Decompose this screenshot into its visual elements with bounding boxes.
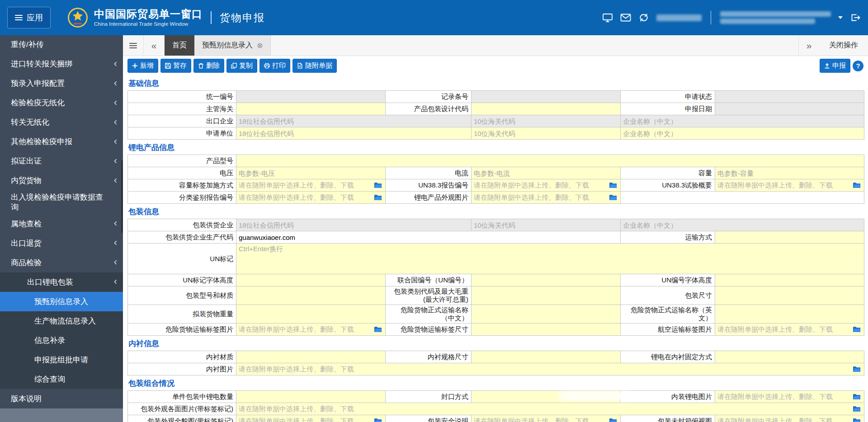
sidebar-item-ciq-paperless[interactable]: 检验检疫无纸化 bbox=[0, 94, 123, 113]
sidebar-item-transit-paperless[interactable]: 转关无纸化 bbox=[0, 113, 123, 132]
attach-outer-full-img[interactable]: 请在随附单据中选择上传、删除、下载 bbox=[236, 415, 385, 422]
pkg-model-material-input[interactable] bbox=[236, 286, 385, 305]
sidebar-item-domestic-goods[interactable]: 内贸货物 bbox=[0, 171, 123, 191]
folder-icon[interactable] bbox=[609, 418, 617, 422]
declare-date-input[interactable] bbox=[715, 103, 864, 115]
record-no-input[interactable] bbox=[472, 91, 620, 103]
pkg-supplier-customs-input[interactable] bbox=[472, 219, 620, 231]
package-design-code-input[interactable] bbox=[472, 103, 620, 115]
export-company-name-input[interactable] bbox=[621, 115, 864, 127]
attach-liner-img[interactable]: 请在随附单据中选择上传、删除、下载 bbox=[236, 363, 864, 375]
transport-mode-input[interactable] bbox=[715, 231, 864, 243]
cargo-weight-input[interactable] bbox=[236, 305, 385, 323]
danger-label-size-input[interactable] bbox=[472, 324, 620, 335]
pkg-class-max-weight-input[interactable] bbox=[472, 286, 620, 305]
attach-un383-report[interactable]: 请在随附单据中选择上传、删除、下载 bbox=[471, 179, 620, 191]
sidebar-item-info-supplement[interactable]: 信息补录 bbox=[0, 331, 123, 350]
attach-danger-label-img[interactable]: 请在随附单据中选择上传、删除、下载 bbox=[236, 323, 385, 335]
sidebar-item-batch-application[interactable]: 申报批组批申请 bbox=[0, 350, 123, 370]
declare-button[interactable]: 申报 bbox=[820, 59, 850, 73]
export-company-customs-input[interactable] bbox=[472, 115, 620, 127]
delete-button[interactable]: 删除 bbox=[193, 59, 224, 73]
monitor-icon[interactable] bbox=[602, 13, 613, 23]
attach-un383-summary[interactable]: 请在随附单据中选择上传、删除、下载 bbox=[715, 179, 864, 191]
save-draft-button[interactable]: 暂存 bbox=[160, 59, 191, 73]
scroll-tabs-right-button[interactable] bbox=[798, 35, 819, 56]
un-mark-textarea[interactable] bbox=[236, 244, 864, 274]
folder-icon[interactable] bbox=[609, 194, 617, 201]
sidebar-item-commodity-inspection[interactable]: 商品检验 bbox=[0, 253, 123, 272]
sidebar-item-export-returns[interactable]: 出口退货 bbox=[0, 234, 123, 253]
attached-documents-button[interactable]: 随附单据 bbox=[292, 59, 337, 73]
un-number-font-height-input[interactable] bbox=[715, 274, 864, 286]
attach-inner-battery-img[interactable]: 请在随附单据中选择上传、删除、下载 bbox=[715, 390, 864, 403]
liner-material-input[interactable] bbox=[236, 351, 385, 363]
apply-unit-credit-input[interactable] bbox=[236, 127, 471, 139]
close-tab-icon[interactable] bbox=[257, 41, 263, 50]
folder-icon[interactable] bbox=[853, 394, 861, 400]
folder-icon[interactable] bbox=[374, 418, 382, 422]
liner-spec-size-input[interactable] bbox=[472, 351, 620, 363]
sidebar-item-export-lithium-packaging[interactable]: 出口锂电包装 bbox=[0, 272, 123, 292]
attach-air-label-img[interactable]: 请在随附单据中选择上传、删除、下载 bbox=[715, 323, 864, 335]
sidebar-item-prescreening-entry[interactable]: 预甄别信息录入 bbox=[0, 292, 123, 311]
attach-capacity-label[interactable]: 请在随附单据中选择上传、删除、下载 bbox=[236, 179, 385, 191]
folder-icon[interactable] bbox=[374, 326, 382, 333]
print-button[interactable]: 打印 bbox=[259, 59, 290, 73]
copy-button[interactable]: 复制 bbox=[226, 59, 257, 73]
folder-icon[interactable] bbox=[853, 406, 861, 412]
folder-icon[interactable] bbox=[853, 366, 861, 372]
help-button[interactable]: ? bbox=[853, 61, 863, 71]
chevron-down-icon[interactable] bbox=[838, 16, 843, 19]
seal-mode-input[interactable] bbox=[472, 391, 620, 403]
folder-icon[interactable] bbox=[374, 182, 382, 188]
add-button[interactable]: 新增 bbox=[127, 59, 158, 73]
folder-icon[interactable] bbox=[374, 194, 382, 201]
apply-unit-name-input[interactable] bbox=[621, 127, 864, 139]
folder-icon[interactable] bbox=[609, 182, 617, 188]
sidebar-item-comprehensive-query[interactable]: 综合查询 bbox=[0, 370, 123, 389]
folder-icon[interactable] bbox=[853, 326, 861, 333]
current-input[interactable] bbox=[472, 167, 620, 179]
voltage-input[interactable] bbox=[236, 167, 385, 179]
sync-icon[interactable] bbox=[638, 13, 649, 23]
sidebar-item-import-transit-binding[interactable]: 进口转关报关捆绑 bbox=[0, 55, 123, 74]
capacity-input[interactable] bbox=[715, 167, 864, 179]
sidebar-item-retransmit[interactable]: 重传/补传 bbox=[0, 35, 123, 55]
attach-safety-desc[interactable]: 请在随附单据中选择上传、删除、下载 bbox=[471, 415, 620, 422]
product-model-input[interactable] bbox=[236, 155, 864, 167]
un-mark-font-height-input[interactable] bbox=[236, 274, 385, 286]
sidebar-item-preentry-config[interactable]: 预录入申报配置 bbox=[0, 74, 123, 94]
sidebar-item-ciq-application-query[interactable]: 出入境检验检疫申请数据查询 bbox=[0, 191, 123, 214]
export-company-credit-input[interactable] bbox=[236, 115, 471, 127]
pkg-size-input[interactable] bbox=[715, 286, 864, 305]
pkg-supplier-credit-input[interactable] bbox=[236, 219, 471, 231]
battery-qty-per-package-input[interactable] bbox=[236, 391, 385, 403]
apply-unit-customs-input[interactable] bbox=[472, 127, 620, 139]
attach-top-view-img[interactable]: 请在随附单据中选择上传、删除、下载 bbox=[715, 415, 864, 422]
tab-list-menu-button[interactable] bbox=[123, 35, 144, 56]
liner-fix-mode-input[interactable] bbox=[715, 351, 864, 363]
mail-icon[interactable] bbox=[620, 13, 631, 23]
sidebar-item-local-inspection[interactable]: 属地查检 bbox=[0, 214, 123, 234]
attach-outer-faces-img[interactable]: 请在随附单据中选择上传、删除、下载 bbox=[236, 403, 864, 415]
tab-prescreening-info-entry[interactable]: 预甄别信息录入 bbox=[194, 35, 271, 56]
logout-icon[interactable] bbox=[850, 13, 861, 23]
supplier-production-code-input[interactable] bbox=[236, 231, 620, 243]
pkg-supplier-name-input[interactable] bbox=[621, 219, 864, 231]
apps-menu-button[interactable]: 应用 bbox=[7, 7, 51, 28]
scroll-tabs-left-button[interactable] bbox=[144, 35, 165, 56]
sidebar-scrollbar-thumb[interactable] bbox=[121, 160, 123, 233]
shipping-name-en-input[interactable] bbox=[715, 305, 864, 323]
tab-home[interactable]: 首页 bbox=[165, 35, 194, 56]
attach-battery-appearance[interactable]: 请在随附单据中选择上传、删除、下载 bbox=[471, 191, 620, 203]
un-number-input[interactable] bbox=[472, 274, 620, 286]
unified-no-input[interactable] bbox=[236, 91, 385, 103]
sidebar-item-other-ciq-declaration[interactable]: 其他检验检疫申报 bbox=[0, 132, 123, 152]
folder-icon[interactable] bbox=[853, 182, 861, 188]
sidebar-item-version-notes[interactable]: 版本说明 bbox=[0, 389, 123, 408]
close-operations-button[interactable]: 关闭操作 bbox=[819, 35, 868, 56]
folder-icon[interactable] bbox=[853, 418, 861, 422]
shipping-name-cn-input[interactable] bbox=[472, 305, 620, 323]
sidebar-item-certificate-issuance[interactable]: 拟证出证 bbox=[0, 152, 123, 171]
